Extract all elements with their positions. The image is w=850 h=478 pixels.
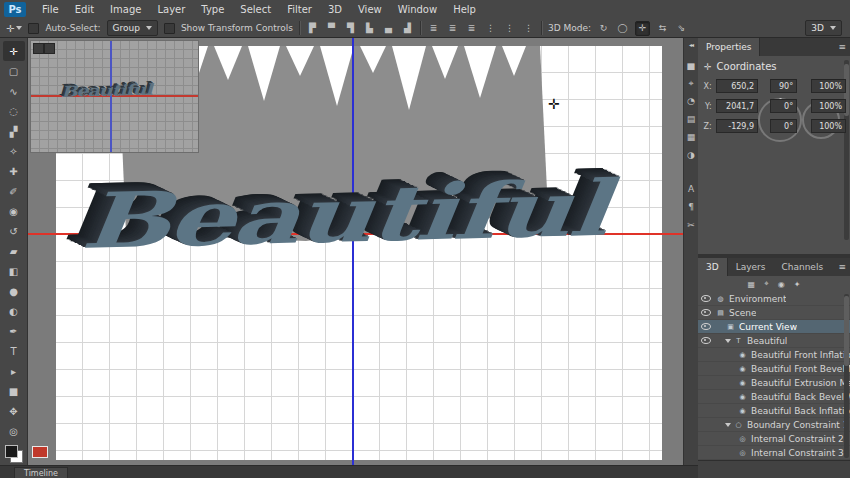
show-transform-controls-checkbox[interactable] [164,23,175,34]
y-position-field[interactable]: 2041,7 [716,99,758,113]
visibility-eye-icon[interactable] [701,323,711,330]
align-top-edges-icon[interactable]: ▙ [363,22,376,35]
3d-drag-mode-icon[interactable]: ✛ [635,21,650,36]
rectangular-marquee-tool[interactable]: ▢ [3,61,25,81]
y-rotation-field[interactable]: 0° [770,99,797,113]
secondary-view-close-icon[interactable] [33,43,44,54]
menu-edit[interactable]: Edit [67,4,102,15]
pen-tool[interactable]: ✒ [3,321,25,341]
expand-panels-icon[interactable]: ◂◂ [689,41,693,48]
align-right-edges-icon[interactable]: ▜ [344,22,357,35]
navigator-panel-icon[interactable]: ⌖ [688,74,693,92]
tree-item-environment[interactable]: ◍ Environment [698,292,850,306]
hand-tool[interactable]: ✥ [3,401,25,421]
visibility-eye-icon[interactable] [701,295,711,302]
menu-file[interactable]: File [34,4,67,15]
info-panel-icon[interactable]: ◔ [687,92,695,110]
tree-item-internal-constraint[interactable]: ◎ Internal Constraint 2 [698,432,850,446]
lasso-tool[interactable]: ∿ [3,81,25,101]
foreground-color-swatch[interactable] [5,445,18,458]
expander-icon[interactable] [725,423,731,427]
distribute-right-edges-icon[interactable]: ⋮ [522,22,535,35]
eraser-tool[interactable]: ▰ [3,241,25,261]
tree-item-current-view[interactable]: ▣ Current View [698,320,850,334]
scrollbar-thumb[interactable] [844,296,849,366]
align-horizontal-centers-icon[interactable]: ▀ [325,22,338,35]
tree-item-boundary-constraint[interactable]: ○ Boundary Constraint 1 [698,418,850,432]
3d-panel-scrollbar[interactable] [844,294,849,458]
z-scale-field[interactable]: 100% [811,119,846,133]
menu-window[interactable]: Window [390,4,445,15]
secondary-view[interactable]: Beautiful [30,40,199,153]
3d-rotate-mode-icon[interactable]: ↻ [597,22,610,35]
filter-meshes-icon[interactable]: ⌖ [764,279,769,289]
3d-slide-mode-icon[interactable]: ⇆ [656,22,669,35]
history-brush-tool[interactable]: ↺ [3,221,25,241]
visibility-eye-icon[interactable] [701,337,711,344]
quick-selection-tool[interactable]: ◌ [3,101,25,121]
path-selection-tool[interactable]: ▸ [3,361,25,381]
histogram-panel-icon[interactable]: ▅ [688,56,695,74]
color-swatches[interactable] [5,445,23,463]
tree-item-material[interactable]: ◉ Beautiful Extrusion Material [698,376,850,390]
align-left-edges-icon[interactable]: ▛ [306,22,319,35]
distribute-left-edges-icon[interactable]: ⋮ [484,22,497,35]
paragraph-panel-icon[interactable]: ¶ [688,198,694,216]
dodge-tool[interactable]: ◐ [3,301,25,321]
filter-materials-icon[interactable]: ◉ [778,280,785,289]
tab-layers[interactable]: Layers [728,258,774,276]
tab-channels[interactable]: Channels [773,258,831,276]
x-scale-field[interactable]: 100% [811,79,846,93]
menu-select[interactable]: Select [232,4,279,15]
current-tool-icon[interactable]: ✛ [6,23,22,34]
adjustments-panel-icon[interactable]: ◑ [687,146,695,164]
3d-scale-mode-icon[interactable]: ⇘ [675,22,688,35]
tree-item-scene[interactable]: ▤ Scene [698,306,850,320]
tree-item-internal-constraint[interactable]: ◎ Internal Constraint 3 [698,446,850,460]
align-vertical-centers-icon[interactable]: ▄ [382,22,395,35]
tree-item-beautiful-mesh[interactable]: T Beautiful [698,334,850,348]
menu-filter[interactable]: Filter [279,4,320,15]
align-bottom-edges-icon[interactable]: ▟ [401,22,414,35]
color-panel-icon[interactable]: ▤ [687,110,696,128]
filter-lights-icon[interactable]: ✦ [794,280,801,289]
document-canvas[interactable]: Beautiful Beautiful ✛ [28,38,683,465]
secondary-view-badge[interactable] [32,446,48,458]
distribute-top-edges-icon[interactable]: ≣ [427,22,440,35]
tree-item-material[interactable]: ◉ Beautiful Front Inflation ... [698,348,850,362]
auto-select-checkbox[interactable] [28,23,39,34]
tree-item-material[interactable]: ◉ Beautiful Front Bevel Mat... [698,362,850,376]
tab-3d[interactable]: 3D [698,258,728,276]
rectangle-tool[interactable]: ■ [3,381,25,401]
healing-brush-tool[interactable]: ✚ [3,161,25,181]
character-panel-icon[interactable]: A [688,180,694,198]
tree-item-material[interactable]: ◉ Beautiful Back Bevel Mate... [698,390,850,404]
visibility-eye-icon[interactable] [701,309,711,316]
notes-panel-icon[interactable]: ✂ [687,216,695,234]
expander-icon[interactable] [725,339,731,343]
workspace-switcher[interactable]: 3D [805,20,842,36]
type-tool[interactable]: T [3,341,25,361]
panel-menu-icon[interactable]: ≡ [838,42,846,52]
z-rotation-field[interactable]: 0° [770,119,797,133]
menu-image[interactable]: Image [102,4,149,15]
distribute-bottom-edges-icon[interactable]: ≣ [465,22,478,35]
x-position-field[interactable]: 650,2 [716,79,758,93]
tree-item-material[interactable]: ◉ Beautiful Back Inflation M... [698,404,850,418]
filter-entire-scene-icon[interactable]: ▦ [748,280,756,289]
brush-tool[interactable]: ✐ [3,181,25,201]
auto-select-dropdown[interactable]: Group [107,20,158,36]
menu-view[interactable]: View [350,4,390,15]
menu-help[interactable]: Help [445,4,484,15]
tab-properties[interactable]: Properties [698,38,760,56]
distribute-vertical-centers-icon[interactable]: ≣ [446,22,459,35]
menu-type[interactable]: Type [193,4,232,15]
secondary-view-swap-icon[interactable] [44,43,55,54]
blur-tool[interactable]: ● [3,281,25,301]
zoom-tool[interactable]: ◎ [3,421,25,441]
menu-layer[interactable]: Layer [149,4,193,15]
tab-timeline[interactable]: Timeline [14,467,68,478]
eyedropper-tool[interactable]: ✧ [3,141,25,161]
3d-text-object[interactable]: Beautiful [79,171,608,260]
panel-menu-icon[interactable]: ≡ [838,262,846,272]
